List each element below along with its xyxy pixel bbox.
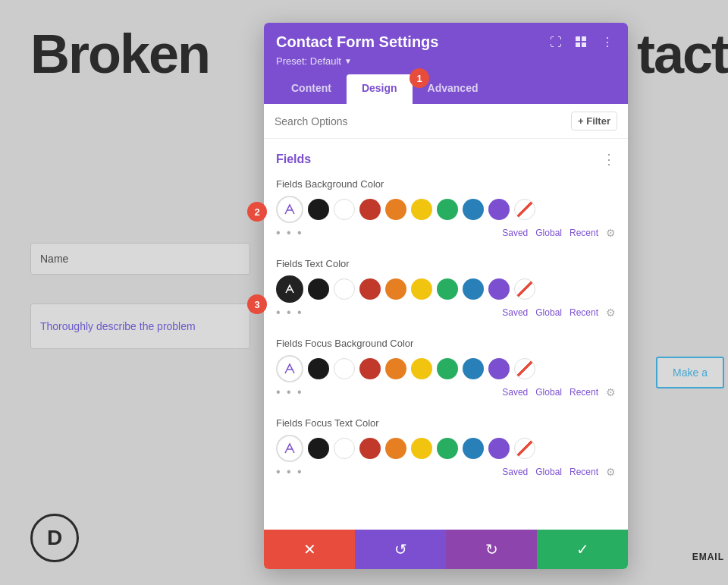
color-swatch-black-3[interactable]: [308, 358, 329, 379]
color-swatch-yellow[interactable]: [411, 199, 432, 220]
color-swatch-clear[interactable]: [514, 199, 535, 220]
color-swatch-purple-3[interactable]: [488, 358, 510, 379]
panel-toolbar: ✕ ↺ ↻ ✓: [264, 530, 628, 569]
expand-icon[interactable]: ⛶: [548, 34, 564, 51]
fields-bg-color-actions: • • • Saved Global Recent ⚙: [276, 223, 616, 246]
color-swatch-black[interactable]: [308, 199, 329, 220]
color-swatch-yellow-3[interactable]: [411, 358, 432, 379]
color-swatch-blue-4[interactable]: [463, 438, 484, 459]
saved-link-2[interactable]: Saved: [502, 307, 528, 318]
undo-button[interactable]: ↺: [355, 530, 446, 569]
color-swatch-red-4[interactable]: [359, 438, 381, 459]
fields-bg-color-setting: Fields Background Color: [276, 178, 616, 246]
fields-focus-bg-color-actions: • • • Saved Global Recent ⚙: [276, 382, 616, 405]
fields-bg-color-row: [276, 196, 616, 223]
fields-text-color-label: Fields Text Color: [276, 258, 616, 269]
svg-rect-1: [582, 36, 586, 41]
color-swatch-yellow-4[interactable]: [411, 438, 432, 459]
global-link-4[interactable]: Global: [535, 467, 562, 477]
recent-link-4[interactable]: Recent: [570, 467, 598, 477]
fields-focus-bg-color-row: [276, 355, 616, 382]
color-swatch-clear-4[interactable]: [514, 438, 535, 459]
settings-gear-icon[interactable]: ⚙: [606, 227, 616, 239]
color-swatch-orange-4[interactable]: [385, 438, 406, 459]
more-options-icon[interactable]: ⋮: [599, 34, 616, 51]
color-swatch-purple-2[interactable]: [488, 278, 510, 300]
color-swatch-blue[interactable]: [463, 199, 484, 220]
color-swatch-yellow-2[interactable]: [411, 278, 432, 300]
dots-menu-3[interactable]: • • •: [276, 385, 494, 399]
fields-section-title: Fields: [276, 153, 311, 166]
svg-rect-2: [576, 42, 580, 47]
color-swatch-orange-3[interactable]: [385, 358, 406, 379]
color-swatch-red-3[interactable]: [359, 358, 381, 379]
dots-menu-4[interactable]: • • •: [276, 465, 494, 479]
fields-focus-text-color-picker[interactable]: [276, 435, 303, 462]
color-swatch-white-3[interactable]: [334, 358, 355, 379]
preset-arrow: ▼: [344, 57, 352, 65]
color-swatch-green-4[interactable]: [437, 438, 458, 459]
save-button[interactable]: ✓: [537, 530, 628, 569]
fields-focus-text-color-actions: • • • Saved Global Recent ⚙: [276, 462, 616, 485]
color-swatch-blue-2[interactable]: [463, 278, 484, 300]
color-swatch-blue-3[interactable]: [463, 358, 484, 379]
color-swatch-white[interactable]: [334, 199, 355, 220]
settings-gear-icon-2[interactable]: ⚙: [606, 307, 616, 319]
color-swatch-orange-2[interactable]: [385, 278, 406, 300]
saved-link[interactable]: Saved: [502, 228, 528, 238]
fields-section-header: Fields ⋮: [276, 151, 616, 168]
panel-header: Contact Form Settings ⛶ ⋮ Preset: Defaul…: [264, 23, 628, 104]
cancel-button[interactable]: ✕: [264, 530, 355, 569]
color-swatch-clear-3[interactable]: [514, 358, 535, 379]
panel-content: Fields ⋮ Fields Background Color: [264, 139, 628, 530]
color-swatch-red-2[interactable]: [359, 278, 381, 300]
preset-selector[interactable]: Preset: Default ▼: [276, 55, 616, 67]
header-icons: ⛶ ⋮: [548, 34, 616, 51]
settings-panel: Contact Form Settings ⛶ ⋮ Preset: Defaul…: [264, 23, 628, 569]
badge-2: 2: [247, 202, 267, 222]
global-link-2[interactable]: Global: [535, 307, 562, 318]
color-swatch-white-4[interactable]: [334, 438, 355, 459]
grid-icon[interactable]: [573, 34, 590, 51]
fields-focus-bg-color-label: Fields Focus Background Color: [276, 338, 616, 349]
fields-section-menu-icon[interactable]: ⋮: [602, 151, 616, 168]
color-swatch-purple[interactable]: [488, 199, 510, 220]
color-swatch-black-4[interactable]: [308, 438, 329, 459]
color-swatch-green-2[interactable]: [437, 278, 458, 300]
color-swatch-red[interactable]: [359, 199, 381, 220]
global-link-3[interactable]: Global: [535, 387, 562, 398]
badge-1: 1: [410, 68, 429, 88]
recent-link-2[interactable]: Recent: [570, 307, 598, 318]
panel-title: Contact Form Settings: [276, 33, 438, 51]
color-swatch-green-3[interactable]: [437, 358, 458, 379]
filter-button[interactable]: + Filter: [571, 112, 617, 131]
color-swatch-green[interactable]: [437, 199, 458, 220]
fields-text-color-setting: Fields Text Color • • •: [276, 258, 616, 326]
saved-link-3[interactable]: Saved: [502, 387, 528, 398]
settings-gear-icon-3[interactable]: ⚙: [606, 386, 616, 398]
recent-link[interactable]: Recent: [570, 228, 598, 238]
search-input[interactable]: [275, 115, 565, 127]
fields-bg-color-picker[interactable]: [276, 196, 303, 223]
fields-bg-color-label: Fields Background Color: [276, 178, 616, 190]
color-swatch-white-2[interactable]: [334, 278, 355, 300]
fields-focus-text-color-label: Fields Focus Text Color: [276, 417, 616, 429]
global-link[interactable]: Global: [535, 228, 562, 238]
color-swatch-black-2[interactable]: [308, 278, 329, 300]
badge-3: 3: [247, 294, 267, 314]
dots-menu[interactable]: • • •: [276, 226, 494, 240]
color-swatch-orange[interactable]: [385, 199, 406, 220]
redo-button[interactable]: ↻: [446, 530, 537, 569]
color-swatch-purple-4[interactable]: [488, 438, 510, 459]
fields-focus-bg-color-picker[interactable]: [276, 355, 303, 382]
tab-design[interactable]: Design: [347, 74, 413, 104]
tab-content[interactable]: Content: [276, 74, 347, 104]
recent-link-3[interactable]: Recent: [570, 387, 598, 398]
color-swatch-clear-2[interactable]: [514, 278, 535, 300]
search-bar: + Filter: [264, 104, 628, 139]
saved-link-4[interactable]: Saved: [502, 467, 528, 477]
fields-text-color-row: [276, 275, 616, 303]
settings-gear-icon-4[interactable]: ⚙: [606, 466, 616, 478]
dots-menu-2[interactable]: • • •: [276, 306, 494, 319]
fields-text-color-picker[interactable]: [276, 275, 303, 303]
